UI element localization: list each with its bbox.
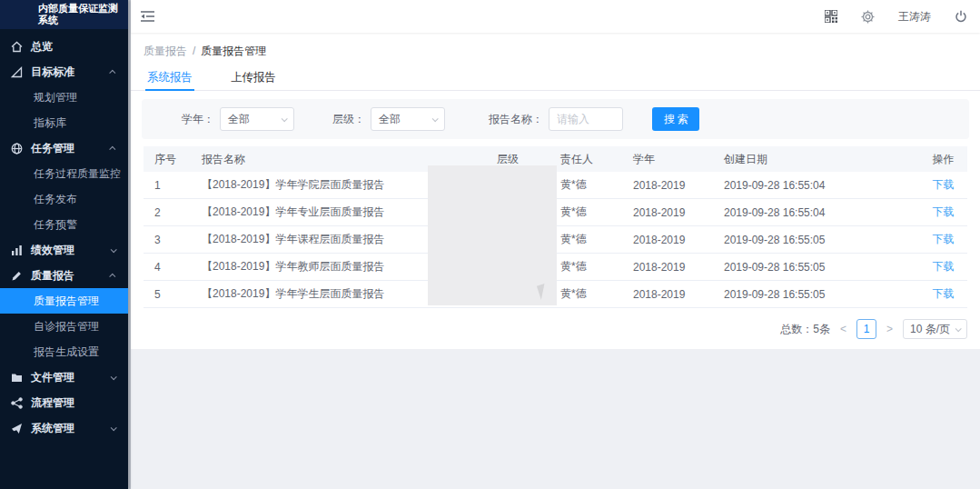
col-level: 层级	[497, 152, 560, 167]
prev-page-button[interactable]: <	[838, 323, 848, 335]
sidebar-item-2[interactable]: 规划管理	[0, 85, 128, 110]
sidebar-item-label: 文件管理	[31, 370, 74, 385]
tab-bar: 系统报告 上传报告	[131, 66, 980, 91]
col-name: 报告名称	[202, 152, 497, 167]
cell-owner: 黄*德	[560, 286, 633, 302]
sidebar-item-5[interactable]: 任务过程质量监控	[0, 161, 128, 186]
breadcrumb-parent[interactable]: 质量报告	[144, 45, 187, 57]
cell-owner: 黄*德	[560, 232, 633, 247]
sidebar-item-3[interactable]: 指标库	[0, 110, 128, 135]
sidebar-item-label: 任务发布	[34, 192, 77, 207]
sidebar-item-8[interactable]: 绩效管理	[0, 237, 128, 263]
chevron-icon	[111, 374, 117, 380]
download-link[interactable]: 下载	[933, 205, 955, 218]
cell-created: 2019-09-28 16:55:05	[724, 288, 919, 301]
report-name-input[interactable]	[549, 107, 623, 131]
sidebar-item-label: 指标库	[34, 115, 66, 131]
cell-index: 1	[144, 179, 202, 192]
sidebar-item-label: 任务管理	[31, 141, 74, 156]
gear-icon[interactable]	[861, 10, 875, 24]
menu-fold-icon[interactable]	[140, 10, 155, 23]
col-index: 序号	[144, 152, 202, 167]
pen-icon	[10, 269, 23, 282]
cell-year: 2018-2019	[633, 288, 724, 301]
cell-owner: 黄*德	[560, 205, 633, 220]
cell-created: 2019-09-28 16:55:04	[724, 179, 919, 192]
cell-index: 3	[144, 234, 202, 246]
chevron-icon	[111, 424, 117, 431]
sidebar-item-10[interactable]: 质量报告管理	[0, 288, 128, 314]
tab-upload-report[interactable]: 上传报告	[229, 66, 278, 91]
cell-year: 2018-2019	[633, 261, 724, 274]
year-select[interactable]: 全部	[220, 107, 294, 131]
chevron-icon	[111, 246, 117, 253]
pagination-total: 总数：5条	[780, 322, 830, 337]
sidebar-item-label: 系统管理	[31, 421, 74, 436]
download-link[interactable]: 下载	[933, 260, 955, 273]
search-button[interactable]: 搜索	[652, 107, 699, 131]
power-icon[interactable]	[955, 10, 967, 23]
chevron-icon	[109, 145, 115, 152]
col-action: 操作	[919, 152, 967, 167]
cell-created: 2019-09-28 16:55:05	[724, 234, 919, 246]
tab-system-report[interactable]: 系统报告	[145, 66, 194, 91]
col-created: 创建日期	[724, 152, 919, 167]
sidebar-item-12[interactable]: 报告生成设置	[0, 339, 128, 364]
sidebar-item-6[interactable]: 任务发布	[0, 186, 128, 212]
year-select-value: 全部	[228, 112, 250, 127]
year-filter-label: 学年：	[182, 112, 214, 127]
sidebar-item-14[interactable]: 流程管理	[0, 390, 128, 415]
cell-year: 2018-2019	[633, 179, 724, 192]
cell-index: 5	[144, 288, 202, 301]
download-link[interactable]: 下载	[933, 233, 955, 245]
sidebar-item-9[interactable]: 质量报告	[0, 263, 128, 288]
level-select[interactable]: 全部	[371, 107, 445, 131]
pagination: 总数：5条 < 1 > 10 条/页	[144, 319, 967, 339]
current-page-button[interactable]: 1	[856, 319, 876, 339]
download-link[interactable]: 下载	[933, 287, 955, 300]
sidebar-item-1[interactable]: 目标标准	[0, 59, 128, 85]
flow-icon	[10, 396, 23, 409]
sidebar-item-label: 质量报告	[31, 268, 74, 284]
breadcrumb-separator: /	[193, 45, 195, 57]
sidebar-item-13[interactable]: 文件管理	[0, 364, 128, 390]
page-size-select[interactable]: 10 条/页	[903, 319, 967, 339]
cell-year: 2018-2019	[633, 206, 724, 219]
sidebar-item-15[interactable]: 系统管理	[0, 415, 128, 441]
cell-index: 4	[144, 261, 202, 274]
sidebar-item-label: 总览	[31, 39, 53, 55]
download-link[interactable]: 下载	[933, 178, 955, 191]
sidebar-item-0[interactable]: 总览	[0, 34, 128, 59]
chevron-icon	[109, 273, 115, 279]
breadcrumb: 质量报告/质量报告管理	[131, 33, 980, 66]
report-name-label: 报告名称：	[489, 112, 543, 127]
home-icon	[10, 40, 23, 53]
sidebar-nav: 总览 目标标准 规划管理 指标库 任务管理 任务过程质量监控 任务发布 任务预警…	[0, 29, 128, 441]
cell-created: 2019-09-28 16:55:04	[724, 206, 919, 219]
topbar: 王涛涛	[131, 0, 980, 33]
sidebar-item-label: 任务过程质量监控	[34, 166, 121, 182]
chevron-down-icon	[282, 115, 288, 122]
sidebar-item-11[interactable]: 自诊报告管理	[0, 314, 128, 339]
mouse-cursor	[537, 282, 555, 300]
send-icon	[10, 422, 23, 434]
sidebar-item-label: 任务预警	[34, 217, 77, 233]
next-page-button[interactable]: >	[885, 323, 895, 335]
level-filter-label: 层级：	[332, 112, 365, 127]
qrcode-icon[interactable]	[825, 10, 837, 23]
chevron-down-icon	[955, 325, 962, 332]
username[interactable]: 王涛涛	[898, 9, 931, 25]
folder-icon	[10, 371, 23, 384]
sidebar-item-label: 报告生成设置	[34, 344, 99, 360]
cell-created: 2019-09-28 16:55:05	[724, 261, 919, 274]
redacted-level-column-overlay	[428, 165, 557, 305]
sidebar: 内部质量保证监测系统 总览 目标标准 规划管理 指标库 任务管理 任务过程质量监…	[0, 0, 128, 489]
page-size-value: 10 条/页	[910, 322, 950, 337]
sidebar-item-4[interactable]: 任务管理	[0, 135, 128, 161]
ruler-icon	[10, 65, 23, 78]
sidebar-item-7[interactable]: 任务预警	[0, 212, 128, 237]
sidebar-item-label: 自诊报告管理	[34, 319, 99, 334]
sidebar-item-label: 绩效管理	[31, 243, 74, 258]
globe-icon	[10, 142, 23, 155]
col-owner: 责任人	[560, 152, 633, 167]
